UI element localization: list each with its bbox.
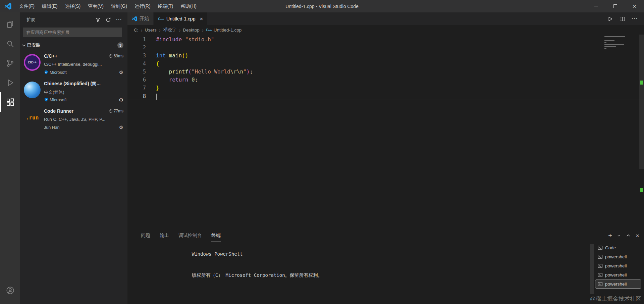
account-icon [6, 286, 15, 295]
minimap[interactable] [604, 36, 638, 50]
tab-close-icon[interactable]: × [200, 16, 203, 22]
watermark: @稀土掘金技术社区 [590, 295, 641, 303]
vscode-icon [132, 16, 137, 21]
menu-item-file[interactable]: 文件(F) [15, 0, 38, 12]
clock-icon [109, 54, 113, 58]
maximize-button[interactable] [606, 0, 625, 12]
filter-icon[interactable] [95, 17, 101, 22]
chevron-right-icon: › [179, 27, 180, 33]
bottom-panel: 问题 输出 调试控制台 终端 + × [127, 229, 644, 304]
code-runner-extension-icon: .run [24, 109, 41, 126]
extension-item-code-runner[interactable]: .run Code Runner 77ms Run C, C++, Java, … [20, 105, 127, 133]
code-runner-icon-text: .run [26, 114, 39, 121]
activitybar-source-control-button[interactable] [0, 53, 20, 73]
extensions-search-input[interactable] [23, 28, 122, 37]
menu-bar: 文件(F) 编辑(E) 选择(S) 查看(V) 转到(G) 运行(R) 终端(T… [15, 0, 200, 12]
minimize-button[interactable] [587, 0, 606, 12]
breadcrumb-item-file[interactable]: C++ Untitled-1.cpp [206, 28, 241, 33]
activitybar-search-button[interactable] [0, 34, 20, 53]
breadcrumb-item[interactable]: C: [134, 28, 139, 33]
panel-header: 问题 输出 调试控制台 终端 + × [127, 229, 644, 242]
terminal-list-item-label: Code [605, 245, 616, 250]
account-button[interactable] [0, 281, 20, 300]
terminal-list-item[interactable]: powershell [595, 270, 641, 280]
chevron-right-icon: › [202, 27, 204, 33]
terminal-list-item[interactable]: powershell [595, 280, 641, 289]
close-button[interactable]: × [625, 0, 644, 12]
extension-description: Run C, C++, Java, JS, PHP, P... [44, 117, 123, 122]
panel-tab-output[interactable]: 输出 [160, 229, 169, 242]
menu-item-selection[interactable]: 选择(S) [61, 0, 85, 12]
terminal-list-item[interactable]: Code [595, 243, 641, 252]
menu-item-view[interactable]: 查看(V) [84, 0, 107, 12]
panel-maximize-chevron-icon[interactable] [626, 233, 631, 238]
tab-label: 开始 [140, 16, 149, 22]
activitybar-extensions-button[interactable] [0, 92, 20, 112]
vscode-window: 文件(F) 编辑(E) 选择(S) 查看(V) 转到(G) 运行(R) 终端(T… [0, 0, 644, 304]
terminal-list-item[interactable]: powershell [595, 261, 641, 270]
cpp-extension-icon-text: C/C++ [28, 61, 37, 64]
terminal-line: 版权所有（C） Microsoft Corporation。保留所有权利。 [141, 265, 590, 286]
extension-name: Code Runner [44, 108, 109, 114]
split-editor-icon[interactable] [620, 16, 625, 22]
code-line: 2 [127, 44, 644, 52]
terminal-line [141, 286, 590, 304]
terminal-scrollbar[interactable] [590, 244, 594, 294]
terminal-icon [598, 254, 603, 259]
refresh-icon[interactable] [106, 17, 111, 22]
line-number: 3 [127, 52, 156, 60]
line-number: 7 [127, 84, 156, 92]
panel-close-icon[interactable]: × [636, 233, 639, 239]
terminal-output[interactable]: Windows PowerShell 版权所有（C） Microsoft Cor… [127, 242, 594, 304]
run-code-icon[interactable] [607, 16, 613, 22]
breadcrumb-item[interactable]: Desktop [183, 28, 200, 33]
panel-tab-debug-console[interactable]: 调试控制台 [178, 229, 202, 242]
tab-welcome[interactable]: 开始 [127, 12, 154, 25]
terminal-icon [598, 245, 603, 250]
menu-item-terminal[interactable]: 终端(T) [154, 0, 177, 12]
ruler-mark [640, 81, 643, 85]
vscode-logo-icon [0, 3, 15, 10]
clock-icon [109, 109, 113, 113]
window-title: Untitled-1.cpp - Visual Studio Code [285, 0, 359, 12]
breadcrumb-item[interactable]: Users [145, 28, 157, 33]
new-terminal-button[interactable]: + [608, 232, 612, 239]
tab-untitled-cpp[interactable]: C++ Untitled-1.cpp × [154, 12, 208, 25]
minimize-icon [594, 6, 598, 6]
extension-item-cpp[interactable]: C/C++ C/C++ 69ms C/C++ IntelliSense, deb… [20, 50, 127, 78]
code-text: { [156, 60, 159, 68]
extension-settings-gear-icon[interactable]: ⚙ [119, 125, 123, 130]
editor-more-actions-icon[interactable]: ··· [632, 16, 638, 22]
menu-item-go[interactable]: 转到(G) [107, 0, 131, 12]
more-actions-icon[interactable]: ··· [116, 17, 122, 22]
activitybar-explorer-button[interactable] [0, 14, 20, 34]
breadcrumb-item[interactable]: 邓晓宇 [163, 27, 177, 33]
activitybar-run-debug-button[interactable] [0, 73, 20, 92]
titlebar: 文件(F) 编辑(E) 选择(S) 查看(V) 转到(G) 运行(R) 终端(T… [0, 0, 644, 12]
code-line: 4 { [127, 60, 644, 68]
line-number: 4 [127, 60, 156, 68]
installed-count-badge: 3 [117, 42, 123, 48]
terminal-text: Windows PowerShell [192, 251, 243, 257]
line-number: 6 [127, 76, 156, 84]
source-control-icon [6, 59, 15, 68]
extension-activation-time: 69ms [109, 54, 123, 58]
code-text: } [156, 84, 159, 92]
panel-tab-problems[interactable]: 问题 [141, 229, 150, 242]
scrollbar-slider[interactable] [639, 35, 644, 169]
code-line: 3 int main() [127, 52, 644, 60]
ruler-mark [640, 188, 643, 192]
menu-item-edit[interactable]: 编辑(E) [38, 0, 61, 12]
overview-ruler[interactable] [639, 35, 644, 229]
menu-item-help[interactable]: 帮助(H) [177, 0, 200, 12]
panel-tab-terminal[interactable]: 终端 [211, 229, 221, 242]
extension-publisher: Microsoft [44, 98, 67, 102]
menu-item-run[interactable]: 运行(R) [131, 0, 154, 12]
terminal-list-item[interactable]: powershell [595, 252, 641, 261]
code-editor[interactable]: 1 #include "stdio.h" 2 3 int main [127, 35, 644, 229]
installed-section-header[interactable]: 已安装 3 [20, 40, 127, 50]
extension-item-chinese[interactable]: Chinese (Simplified) (简... 中文(简体) Micros… [20, 78, 127, 105]
extension-settings-gear-icon[interactable]: ⚙ [119, 97, 123, 102]
extension-settings-gear-icon[interactable]: ⚙ [119, 70, 123, 75]
terminal-dropdown-chevron-icon[interactable] [617, 234, 621, 238]
